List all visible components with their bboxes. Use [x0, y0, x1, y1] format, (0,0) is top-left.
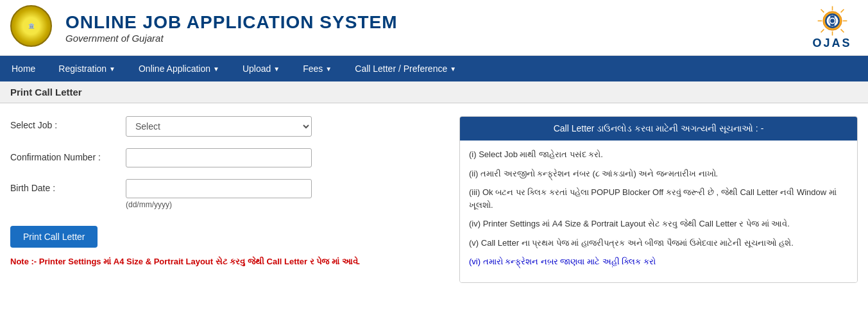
page-header: 🏛️ ONLINE JOB APPLICATION SYSTEM Governm… [0, 0, 868, 56]
info-item-4: (v) Call Letter ના પ્રથમ પેજ માં હાજરીપત… [469, 237, 848, 250]
confirmation-number-control [126, 148, 447, 167]
date-format-hint: (dd/mm/yyyy) [126, 200, 447, 209]
birth-date-input[interactable] [126, 179, 312, 198]
site-title: ONLINE JOB APPLICATION SYSTEM [65, 12, 806, 33]
select-job-label: Select Job : [10, 116, 126, 130]
nav-call-letter[interactable]: Call Letter / Preference ▼ [343, 56, 468, 81]
birth-date-row: Birth Date : (dd/mm/yyyy) [10, 179, 447, 209]
svg-line-6 [840, 10, 844, 13]
page-title: Print Call Letter [10, 87, 82, 98]
select-job-control: Select [126, 116, 447, 137]
svg-line-4 [821, 10, 824, 13]
confirmation-number-label: Confirmation Number : [10, 148, 126, 162]
nav-registration[interactable]: Registration ▼ [47, 56, 127, 81]
nav-call-letter-caret: ▼ [450, 65, 456, 73]
nav-fees-label: Fees [303, 64, 323, 74]
main-content: Select Job : Select Confirmation Number … [0, 103, 868, 296]
ojas-logo: OJAS [806, 5, 858, 50]
nav-fees-caret: ▼ [325, 65, 332, 73]
main-navbar: Home Registration ▼ Online Application ▼… [0, 56, 868, 81]
info-box-body: (i) Select Job માથી જાહેરાત પસંદ કરો. (i… [460, 141, 857, 282]
note-text: Note :- Printer Settings માં A4 Size & P… [10, 257, 427, 267]
ojas-sun-icon [815, 5, 850, 37]
header-title-block: ONLINE JOB APPLICATION SYSTEM Government… [65, 12, 806, 44]
ojas-brand-text: OJAS [812, 37, 851, 50]
select-job-dropdown[interactable]: Select [126, 116, 312, 137]
site-subtitle: Government of Gujarat [65, 33, 806, 44]
nav-home[interactable]: Home [0, 56, 47, 81]
nav-online-application-caret: ▼ [213, 65, 219, 73]
svg-line-7 [821, 30, 824, 33]
birth-date-control: (dd/mm/yyyy) [126, 179, 447, 209]
government-emblem: 🏛️ [10, 5, 52, 47]
nav-fees[interactable]: Fees ▼ [291, 56, 343, 81]
svg-line-5 [840, 30, 844, 33]
nav-registration-label: Registration [58, 64, 106, 74]
confirmation-number-row: Confirmation Number : [10, 148, 447, 167]
form-section: Select Job : Select Confirmation Number … [10, 116, 447, 283]
info-box-header: Call Letter ડાઉનલોડ કરવા માટેની અગત્યની … [460, 117, 857, 141]
info-item-2: (iii) Ok બટન પર ક્લિક કરતાં પહેલા POPUP … [469, 186, 848, 211]
nav-home-label: Home [12, 64, 35, 74]
nav-upload-label: Upload [243, 64, 271, 74]
nav-registration-caret: ▼ [109, 65, 115, 73]
info-item-5-text: (vi) તમારો કન્ફ્રેશન નબ઼ર જાણવા માટે અહ઼… [469, 257, 656, 266]
nav-call-letter-label: Call Letter / Preference [355, 64, 447, 74]
info-item-5[interactable]: (vi) તમારો કન્ફ્રેશન નબ઼ર જાણવા માટે અહ઼… [469, 255, 848, 268]
nav-upload[interactable]: Upload ▼ [231, 56, 291, 81]
confirmation-number-input[interactable] [126, 148, 312, 167]
emblem-logo: 🏛️ [10, 5, 55, 50]
info-item-1: (ii) તમારી અરજીનો કન્ફ્રેશન નંબર (૮ આંકડ… [469, 167, 848, 180]
info-box: Call Letter ડાઉનલોડ કરવા માટેની અગત્યની … [459, 116, 858, 283]
svg-rect-11 [830, 15, 835, 26]
nav-online-application[interactable]: Online Application ▼ [127, 56, 231, 81]
nav-online-application-label: Online Application [139, 64, 210, 74]
page-title-bar: Print Call Letter [0, 81, 868, 103]
nav-upload-caret: ▼ [273, 65, 280, 73]
print-call-letter-button[interactable]: Print Call Letter [10, 226, 98, 248]
info-item-3: (iv) Printer Settings માં A4 Size & Port… [469, 218, 848, 230]
select-job-row: Select Job : Select [10, 116, 447, 137]
info-item-0: (i) Select Job માથી જાહેરાત પસંદ કરો. [469, 148, 848, 161]
birth-date-label: Birth Date : [10, 179, 126, 193]
